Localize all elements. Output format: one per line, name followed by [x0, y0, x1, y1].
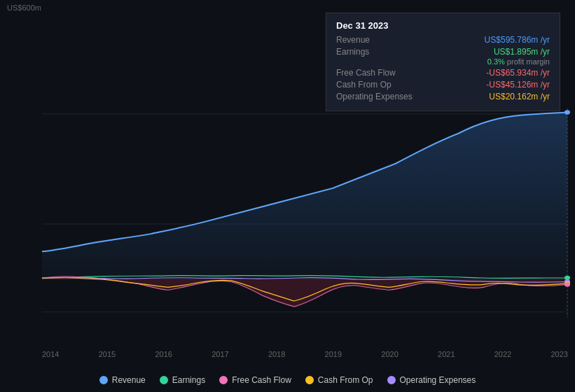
legend-dot-fcf — [219, 376, 228, 384]
tooltip-date: Dec 31 2023 — [336, 20, 550, 31]
y-label-top: US$600m — [7, 4, 41, 12]
tooltip-label-fcf: Free Cash Flow — [336, 68, 427, 78]
tooltip-value-earnings: US$1.895m /yr — [494, 47, 550, 57]
chart-svg — [0, 108, 575, 340]
legend-item-revenue[interactable]: Revenue — [99, 375, 146, 385]
legend-dot-opex — [387, 376, 396, 384]
x-axis-labels: 2014 2015 2016 2017 2018 2019 2020 2021 … — [42, 350, 568, 358]
tooltip-row-cashop: Cash From Op -US$45.126m /yr — [336, 80, 550, 90]
legend-dot-earnings — [160, 376, 168, 384]
x-label-2014: 2014 — [42, 350, 59, 358]
profit-margin-text: 0.3% profit margin — [336, 57, 550, 66]
legend-dot-revenue — [99, 376, 108, 384]
tooltip-panel: Dec 31 2023 Revenue US$595.786m /yr Earn… — [326, 13, 560, 111]
svg-point-6 — [564, 110, 570, 114]
x-label-2019: 2019 — [325, 350, 342, 358]
tooltip-value-cashop: -US$45.126m /yr — [486, 80, 550, 90]
tooltip-label-cashop: Cash From Op — [336, 80, 427, 90]
tooltip-row-opex: Operating Expenses US$20.162m /yr — [336, 92, 550, 102]
legend-item-cashop[interactable]: Cash From Op — [305, 375, 373, 385]
tooltip-label-revenue: Revenue — [336, 35, 427, 45]
x-label-2015: 2015 — [99, 350, 116, 358]
tooltip-row-earnings: Earnings US$1.895m /yr — [336, 47, 550, 57]
legend-label-revenue: Revenue — [112, 375, 146, 385]
legend-dot-cashop — [305, 376, 314, 384]
tooltip-row-revenue: Revenue US$595.786m /yr — [336, 35, 550, 45]
profit-margin-value: 0.3% — [487, 57, 505, 66]
x-label-2016: 2016 — [155, 350, 172, 358]
x-label-2021: 2021 — [438, 350, 455, 358]
legend-item-opex[interactable]: Operating Expenses — [387, 375, 476, 385]
legend-label-fcf: Free Cash Flow — [232, 375, 291, 385]
tooltip-value-fcf: -US$65.934m /yr — [486, 68, 550, 78]
tooltip-value-revenue: US$595.786m /yr — [485, 35, 550, 45]
x-label-2022: 2022 — [494, 350, 511, 358]
x-label-2017: 2017 — [212, 350, 228, 358]
tooltip-label-opex: Operating Expenses — [336, 92, 427, 102]
legend-item-earnings[interactable]: Earnings — [160, 375, 205, 385]
x-label-2018: 2018 — [268, 350, 285, 358]
legend-item-fcf[interactable]: Free Cash Flow — [219, 375, 291, 385]
svg-point-10 — [564, 276, 570, 280]
tooltip-row-fcf: Free Cash Flow -US$65.934m /yr — [336, 68, 550, 78]
legend-label-opex: Operating Expenses — [400, 375, 476, 385]
tooltip-value-opex: US$20.162m /yr — [489, 92, 550, 102]
tooltip-label-earnings: Earnings — [336, 47, 427, 57]
x-label-2023: 2023 — [550, 350, 567, 358]
svg-point-9 — [564, 282, 570, 286]
legend-label-cashop: Cash From Op — [318, 375, 373, 385]
legend-label-earnings: Earnings — [172, 375, 205, 385]
x-label-2020: 2020 — [381, 350, 398, 358]
chart-legend: Revenue Earnings Free Cash Flow Cash Fro… — [0, 375, 575, 385]
